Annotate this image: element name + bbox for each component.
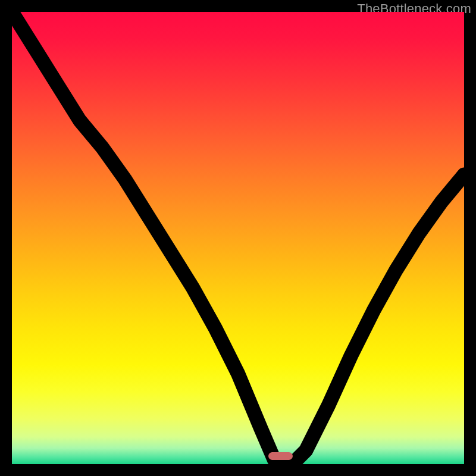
bottleneck-curve bbox=[12, 12, 464, 464]
chart-frame: TheBottleneck.com bbox=[0, 0, 476, 476]
plot-area bbox=[12, 12, 464, 464]
curve-path bbox=[12, 12, 464, 464]
optimal-marker bbox=[268, 452, 293, 460]
